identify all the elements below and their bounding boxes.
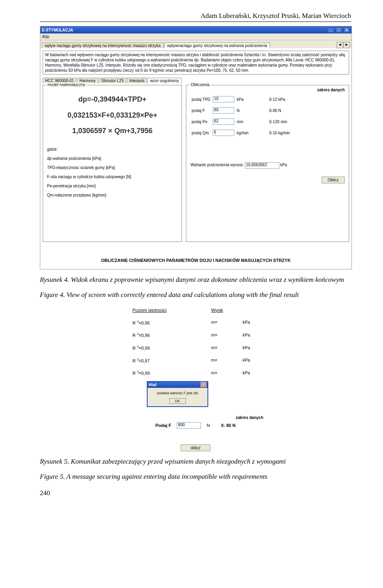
m-label: m=: [207, 317, 238, 328]
model-panel: model matematyczny dp=-0,394944×TPD+ 0,0…: [43, 85, 182, 242]
variable-definitions: dp-wahanie podcisnienia [kPa] TPD-elasty…: [47, 156, 178, 197]
col-header: Wynik: [207, 305, 238, 316]
result-label: Wahanie podcisnienia wynosi:: [190, 163, 244, 167]
r2-label: R 2=0,99: [128, 367, 193, 379]
r2-label: R 2=0,96: [128, 329, 193, 341]
f-input-field[interactable]: 800: [177, 422, 201, 429]
unit: kPa: [239, 342, 263, 354]
calculate-button[interactable]: Oblicz: [322, 177, 345, 183]
minimize-icon[interactable]: _: [328, 27, 334, 33]
range-label: 0-10 kg/min: [268, 127, 291, 138]
unit: kPa: [239, 367, 263, 379]
col-header: Poziom istotności: [128, 305, 193, 316]
def-item: F-sila naciagu w cylindrze kubka udojowe…: [47, 175, 178, 179]
range-header: zakres danych: [190, 88, 345, 94]
r2-label: R 2=0,97: [128, 354, 193, 366]
description-text: W badaniach nad wpływem naciągu gumy str…: [43, 51, 349, 75]
window-control-buttons: _ □ X: [327, 27, 350, 33]
unit: kPa: [239, 354, 263, 366]
maximize-icon[interactable]: □: [336, 27, 342, 33]
formula-line: dp=-0,394944×TPD+: [47, 92, 178, 108]
input-label: podaj F: [190, 105, 211, 116]
input-label: podaj Qm: [190, 127, 211, 138]
inner-tab[interactable]: Interpuls: [127, 78, 147, 83]
def-item: dp-wahanie podcisnienia [kPa]: [47, 156, 178, 161]
where-label: gdzie:: [47, 147, 178, 151]
input-label: podaj Pe: [190, 116, 211, 127]
range-header: zakres danych: [128, 415, 263, 420]
podajF-label: Podaj F: [156, 423, 172, 428]
tab-scroll-left-icon[interactable]: ◄: [337, 42, 343, 48]
figure-5-screenshot: Poziom istotności Wynik R 2=0,96m=kPa R …: [128, 304, 263, 451]
stats-table: Poziom istotności Wynik R 2=0,96m=kPa R …: [128, 304, 263, 380]
header-rule: [40, 22, 351, 22]
panel-legend: Obliczenia: [190, 83, 211, 87]
unit: kPa: [239, 329, 263, 341]
calculate-button[interactable]: oblicz: [181, 444, 210, 451]
tab-item[interactable]: wplyw naciagu gumy strzykowej na intensy…: [42, 43, 164, 48]
m-label: m=: [207, 367, 238, 379]
range-label: 0- 80 N: [221, 423, 235, 428]
outer-tabbar: wplyw naciagu gumy strzykowej na intensy…: [40, 40, 351, 48]
unit-label: N: [235, 105, 249, 116]
unit: kPa: [239, 317, 263, 328]
inner-tab-selected[interactable]: wzor uogolniony: [148, 78, 181, 83]
page-number: 240: [40, 489, 351, 497]
page-header-authors: Adam Luberański, Krzysztof Pruski, Maria…: [40, 12, 351, 20]
tab-scroll-right-icon[interactable]: ►: [344, 42, 350, 48]
calc-panel: Obliczenia zakres danych podaj TPD 10 kP…: [186, 85, 349, 242]
range-label: 0-120 mm: [268, 116, 291, 127]
inner-tab[interactable]: Stimulor L25: [99, 78, 126, 83]
menubar: doju: [40, 33, 351, 40]
window-titlebar: E-STYMULACJA _ □ X: [40, 26, 351, 33]
window-title: E-STYMULACJA: [42, 28, 73, 32]
formula-display: dp=-0,394944×TPD+ 0,032153×F+0,033129×Pe…: [47, 92, 178, 139]
ok-button[interactable]: OK: [169, 398, 186, 404]
unit-label: kPa: [235, 94, 249, 105]
result-unit: kPa: [280, 163, 287, 167]
r2-label: R 2=0,99: [128, 342, 193, 354]
def-item: Qm-natęzenie przeplywu [kg/min]: [47, 193, 178, 197]
m-label: m=: [207, 354, 238, 366]
figure5-caption-pl: Rysunek 5. Komunikat zabezpieczający prz…: [40, 457, 351, 466]
range-label: 0-80 N: [268, 105, 291, 116]
formula-line: 0,032153×F+0,033129×Pe+: [47, 108, 178, 124]
error-dialog: Błąd X podana wartosc F jest zla OK: [147, 381, 208, 407]
qm-input[interactable]: 6: [213, 130, 234, 136]
figure-4-screenshot: E-STYMULACJA _ □ X doju wplyw naciagu gu…: [40, 26, 352, 269]
f-input[interactable]: 80: [213, 107, 234, 114]
r2-label: R 2=0,96: [128, 317, 193, 328]
input-table: podaj TPD 10 kPa 0-12 kPa podaj F 80 N 0…: [190, 94, 291, 138]
dialog-close-icon[interactable]: X: [201, 382, 206, 387]
panel-legend: model matematyczny: [46, 83, 86, 87]
error-message: podana wartosc F jest zla: [148, 388, 207, 398]
formula-line: 1,0306597 × Qm+3,7956: [47, 123, 178, 139]
def-item: Pe-penetracja strzyka [mm]: [47, 184, 178, 188]
pe-input[interactable]: 62: [213, 118, 234, 125]
unit-label: N: [207, 423, 210, 428]
figure4-caption-pl: Rysunek 4. Widok ekranu z poprawnie wpis…: [40, 275, 351, 285]
unit-label: kg/min: [235, 127, 249, 138]
tpd-input[interactable]: 10: [213, 96, 234, 102]
figure5-caption-en: Figure 5. A message securing against ent…: [40, 472, 351, 482]
tab-item-selected[interactable]: wplywnaciagu gumy strzykowej na wahania …: [164, 43, 270, 48]
menu-item[interactable]: doju: [42, 34, 49, 39]
m-label: m=: [207, 329, 238, 341]
result-output: 10,6563562: [245, 162, 279, 169]
input-label: podaj TPD: [190, 94, 211, 105]
m-label: m=: [207, 342, 238, 354]
app-footer-title: OBLICZANIE CIŚNIENIOWYCH PARAMETRÓW DOJU…: [43, 242, 349, 267]
figure4-caption-en: Figure 4. View of screen with correctly …: [40, 290, 351, 300]
dialog-titlebar: Błąd X: [148, 382, 207, 388]
dialog-title: Błąd: [149, 382, 157, 388]
unit-label: mm: [235, 116, 249, 127]
close-icon[interactable]: X: [344, 27, 350, 33]
def-item: TPD-elastycznosc scianek gumy [kPa]: [47, 165, 178, 170]
range-label: 0-12 kPa: [268, 94, 291, 105]
